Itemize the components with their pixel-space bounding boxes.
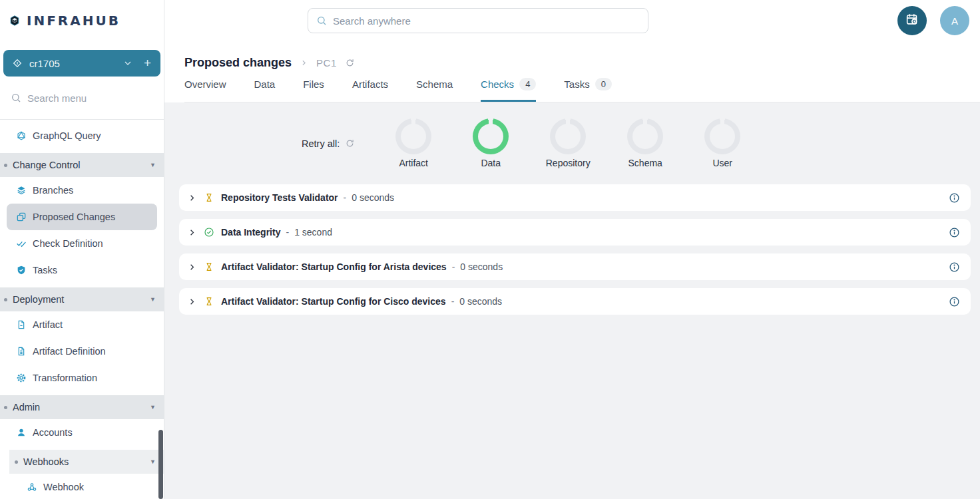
sidebar-item-label: Proposed Changes: [33, 212, 115, 222]
tab-checks[interactable]: Checks 4: [481, 78, 536, 102]
tab-data[interactable]: Data: [254, 78, 276, 102]
infrahub-logo-icon: [9, 15, 20, 26]
validator-title: Artifact Validator: Startup Config for C…: [221, 296, 446, 307]
tab-label: Data: [254, 79, 276, 90]
validator-row[interactable]: Repository Tests Validator - 0 seconds: [179, 184, 971, 211]
tab-schema[interactable]: Schema: [416, 78, 453, 102]
validator-row[interactable]: Artifact Validator: Startup Config for A…: [179, 253, 971, 280]
info-icon[interactable]: [949, 261, 960, 273]
search-icon: [11, 92, 21, 103]
refresh-icon[interactable]: [345, 58, 355, 68]
progress-ring: [395, 118, 431, 154]
search-icon: [316, 15, 327, 26]
retry-all-label: Retry all:: [302, 138, 340, 149]
ring-label: User: [712, 158, 732, 168]
validator-duration: 0 seconds: [459, 296, 502, 307]
time-travel-button[interactable]: [897, 6, 927, 35]
pending-icon: [204, 261, 214, 272]
sidebar-item-label: Artifact: [33, 319, 63, 330]
add-branch-button[interactable]: +: [144, 56, 151, 71]
global-search-input[interactable]: [333, 15, 640, 27]
accounts-icon: [16, 427, 27, 438]
ring-user[interactable]: User: [684, 118, 761, 168]
artifact-definition-icon: [16, 346, 27, 357]
ring-label: Repository: [546, 158, 591, 168]
ring-schema[interactable]: Schema: [607, 118, 684, 168]
sidebar-scrollbar[interactable]: [158, 430, 163, 499]
page-header: Proposed changes PC1 Overview: [164, 41, 980, 102]
breadcrumb: Proposed changes PC1: [184, 56, 980, 70]
sidebar-group-webhooks[interactable]: Webhooks ▼: [9, 450, 164, 474]
sidebar-group-change-control[interactable]: Change Control ▼: [0, 153, 164, 177]
sidebar-group-deployment[interactable]: Deployment ▼: [0, 287, 164, 311]
sidebar-group-admin[interactable]: Admin ▼: [0, 395, 164, 419]
validator-duration: 0 seconds: [460, 261, 503, 272]
validator-duration: 0 seconds: [352, 192, 394, 203]
ring-data[interactable]: Data: [452, 118, 529, 168]
checks-panel: Retry all: Artifact: [164, 102, 980, 499]
branch-icon: [12, 58, 23, 69]
sidebar-item-label: Webhook: [43, 482, 84, 492]
brand-wordmark: INFRAHUB: [27, 13, 121, 29]
ring-label: Data: [481, 158, 501, 168]
chevron-right-icon[interactable]: [187, 228, 197, 238]
graphql-icon: [16, 130, 27, 141]
pending-icon: [204, 296, 214, 307]
validator-summary-rings: Artifact Data Repository Schema: [375, 118, 761, 168]
sidebar-group-label: Deployment: [13, 294, 64, 305]
info-icon[interactable]: [949, 227, 960, 238]
validator-row[interactable]: Data Integrity - 1 second: [179, 219, 971, 246]
sidebar-item-graphql-query[interactable]: GraphQL Query: [0, 122, 164, 149]
tasks-icon: [16, 265, 27, 275]
separator: -: [451, 296, 455, 307]
avatar[interactable]: A: [940, 6, 969, 35]
tab-label: Files: [303, 79, 324, 90]
info-icon[interactable]: [949, 296, 960, 307]
logo[interactable]: INFRAHUB: [0, 0, 164, 41]
ring-artifact[interactable]: Artifact: [375, 118, 452, 168]
sidebar-item-label: Accounts: [33, 427, 73, 438]
sidebar-item-branches[interactable]: Branches: [0, 177, 164, 204]
sidebar: INFRAHUB cr1705 +: [0, 0, 164, 499]
sidebar-item-artifact-definition[interactable]: Artifact Definition: [0, 338, 164, 365]
chevron-right-icon[interactable]: [187, 262, 197, 272]
app-window: INFRAHUB cr1705 +: [0, 0, 980, 499]
sidebar-item-artifact[interactable]: Artifact: [0, 311, 164, 338]
chevron-right-icon[interactable]: [187, 297, 197, 307]
tab-artifacts[interactable]: Artifacts: [352, 78, 388, 102]
tab-label: Tasks: [564, 79, 589, 90]
info-icon[interactable]: [949, 192, 960, 204]
tab-label: Overview: [184, 79, 226, 90]
tab-tasks[interactable]: Tasks 0: [564, 78, 612, 102]
chevron-right-icon[interactable]: [187, 193, 197, 203]
collapse-icon[interactable]: ▼: [150, 162, 156, 168]
global-search[interactable]: [308, 8, 648, 33]
collapse-icon[interactable]: ▼: [150, 404, 156, 411]
collapse-icon[interactable]: ▼: [150, 458, 156, 465]
progress-ring: [627, 118, 663, 154]
validator-row[interactable]: Artifact Validator: Startup Config for C…: [179, 288, 971, 315]
sidebar-group-label: Change Control: [13, 160, 81, 170]
separator: -: [286, 227, 289, 238]
sidebar-item-accounts[interactable]: Accounts: [0, 419, 164, 446]
sidebar-item-proposed-changes[interactable]: Proposed Changes: [7, 204, 157, 230]
sidebar-search[interactable]: [0, 77, 164, 119]
branch-selector[interactable]: cr1705 +: [3, 50, 160, 77]
bullet-icon: [4, 406, 7, 409]
sidebar-item-webhook[interactable]: Webhook: [0, 474, 164, 499]
retry-all-refresh-icon[interactable]: [345, 138, 355, 148]
tab-overview[interactable]: Overview: [184, 78, 226, 102]
proposed-changes-icon: [16, 212, 27, 222]
chevron-down-icon[interactable]: [122, 58, 133, 69]
sidebar-item-tasks[interactable]: Tasks: [0, 257, 164, 283]
tab-files[interactable]: Files: [303, 78, 324, 102]
collapse-icon[interactable]: ▼: [150, 296, 156, 303]
ring-repository[interactable]: Repository: [529, 118, 607, 168]
sidebar-group-label: Admin: [13, 402, 40, 413]
sidebar-search-input[interactable]: [27, 92, 147, 104]
success-icon: [204, 227, 214, 238]
page-title: Proposed changes: [184, 56, 292, 70]
progress-ring: [704, 118, 740, 154]
sidebar-item-transformation[interactable]: Transformation: [0, 365, 164, 391]
sidebar-item-check-definition[interactable]: Check Definition: [0, 230, 164, 257]
